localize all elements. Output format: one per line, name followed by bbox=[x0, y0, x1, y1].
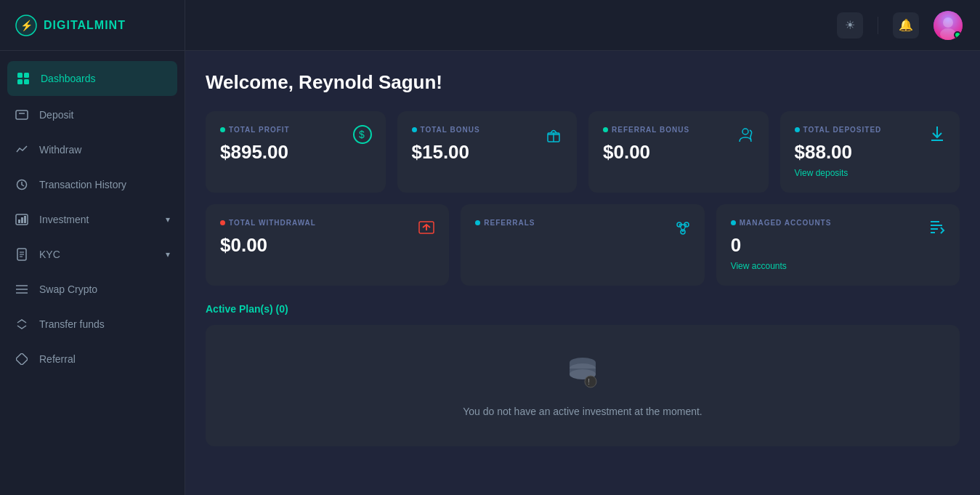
total-bonus-icon bbox=[543, 124, 564, 149]
sidebar-item-investment[interactable]: Investment ▾ bbox=[0, 202, 185, 237]
stat-label-referrals: REFERRALS bbox=[475, 219, 689, 227]
stat-value-total-profit: $895.00 bbox=[220, 141, 371, 164]
logo-icon: ⚡ bbox=[15, 14, 38, 37]
stats-row-2: TOTAL WITHDRAWAL $0.00 REFERRALS MANAGED… bbox=[206, 204, 960, 286]
dot-indicator bbox=[412, 127, 417, 132]
no-investment-text: You do not have an active investment at … bbox=[463, 406, 702, 417]
sidebar-item-kyc[interactable]: KYC ▾ bbox=[0, 237, 185, 272]
svg-rect-5 bbox=[24, 79, 29, 84]
empty-plans-card: ! You do not have an active investment a… bbox=[206, 325, 960, 446]
svg-rect-12 bbox=[24, 216, 26, 223]
topbar: ☀ 🔔 bbox=[185, 0, 980, 51]
sidebar-item-label: Deposit bbox=[39, 109, 73, 121]
sidebar-item-swap-crypto[interactable]: Swap Crypto bbox=[0, 272, 185, 307]
withdraw-icon bbox=[15, 142, 29, 157]
svg-rect-2 bbox=[17, 73, 23, 78]
referrals-icon bbox=[673, 217, 692, 241]
dashboard-content: Welcome, Reynold Sagun! TOTAL PROFIT $89… bbox=[185, 51, 980, 495]
sidebar-item-label: Transaction History bbox=[39, 179, 126, 190]
kyc-icon bbox=[15, 247, 29, 262]
svg-text:$: $ bbox=[359, 129, 365, 140]
stat-card-total-bonus: TOTAL BONUS $15.00 bbox=[397, 111, 578, 193]
svg-text:⚡: ⚡ bbox=[20, 20, 33, 32]
chevron-icon: ▾ bbox=[166, 249, 170, 259]
stat-label-managed-accounts: MANAGED ACCOUNTS bbox=[731, 219, 945, 227]
view-link-total-deposited[interactable]: View deposits bbox=[795, 168, 946, 178]
total-deposited-icon bbox=[928, 124, 947, 148]
stat-value-total-deposited: $88.00 bbox=[795, 141, 946, 164]
stat-label-total-deposited: TOTAL DEPOSITED bbox=[795, 126, 946, 134]
sidebar-item-withdraw[interactable]: Withdraw bbox=[0, 132, 185, 167]
stat-value-total-withdrawal: $0.00 bbox=[220, 234, 434, 257]
theme-toggle-button[interactable]: ☀ bbox=[837, 12, 863, 39]
brand-name: DIGITALMINT bbox=[44, 19, 126, 32]
stat-card-referrals: REFERRALS bbox=[461, 204, 704, 286]
database-icon: ! bbox=[564, 354, 601, 390]
sidebar-item-referral[interactable]: Referral bbox=[0, 342, 185, 377]
dot-indicator bbox=[731, 220, 736, 225]
dashboards-icon bbox=[16, 71, 31, 86]
svg-rect-20 bbox=[16, 353, 28, 365]
svg-point-22 bbox=[943, 17, 953, 28]
view-link-managed-accounts[interactable]: View accounts bbox=[731, 261, 945, 271]
stat-value-referral-bonus: $0.00 bbox=[603, 141, 754, 164]
dot-indicator bbox=[795, 127, 800, 132]
svg-point-29 bbox=[742, 129, 748, 134]
main-content: ☀ 🔔 Welcome, Reynold Sagun! bbox=[185, 0, 980, 495]
stat-label-total-profit: TOTAL PROFIT bbox=[220, 126, 371, 134]
notifications-button[interactable]: 🔔 bbox=[893, 12, 919, 39]
total-withdrawal-icon bbox=[417, 217, 436, 241]
sun-icon: ☀ bbox=[845, 18, 855, 32]
active-plans-title: Active Plan(s) (0) bbox=[206, 303, 960, 315]
sidebar-item-label: Transfer funds bbox=[39, 318, 105, 330]
total-profit-icon: $ bbox=[352, 124, 373, 149]
sidebar-logo: ⚡ DIGITALMINT bbox=[0, 0, 185, 51]
svg-rect-4 bbox=[17, 79, 23, 84]
stats-row-1: TOTAL PROFIT $895.00 $ TOTAL BONUS $15.0… bbox=[206, 111, 960, 193]
sidebar-nav: Dashboards Deposit Withdraw Transaction … bbox=[0, 51, 185, 495]
sidebar-item-label: Referral bbox=[39, 353, 76, 365]
sidebar-item-label: Swap Crypto bbox=[39, 283, 97, 295]
svg-rect-11 bbox=[21, 217, 23, 223]
deposit-icon bbox=[15, 108, 29, 122]
svg-rect-3 bbox=[24, 73, 29, 78]
sidebar-item-deposit[interactable]: Deposit bbox=[0, 97, 185, 132]
transfer-funds-icon bbox=[15, 317, 29, 331]
managed-accounts-icon bbox=[928, 217, 947, 241]
stat-value-total-bonus: $15.00 bbox=[412, 141, 563, 164]
sidebar: ⚡ DIGITALMINT Dashboards Deposit Withdra… bbox=[0, 0, 185, 495]
svg-rect-6 bbox=[16, 110, 28, 119]
online-indicator bbox=[954, 31, 961, 39]
dot-indicator bbox=[220, 220, 225, 225]
stat-card-total-profit: TOTAL PROFIT $895.00 $ bbox=[206, 111, 386, 193]
swap-crypto-icon bbox=[15, 282, 29, 297]
sidebar-item-label: Investment bbox=[39, 214, 89, 225]
dot-indicator bbox=[220, 127, 225, 132]
sidebar-item-label: KYC bbox=[39, 249, 60, 260]
no-investment-icon: ! bbox=[564, 354, 601, 397]
user-avatar[interactable] bbox=[934, 11, 963, 40]
transaction-history-icon bbox=[15, 177, 29, 192]
topbar-divider-1 bbox=[878, 17, 878, 34]
referral-icon bbox=[15, 352, 29, 366]
sidebar-item-label: Withdraw bbox=[39, 144, 81, 156]
sidebar-item-label: Dashboards bbox=[41, 73, 96, 84]
referral-bonus-icon bbox=[735, 124, 756, 149]
sidebar-item-transfer-funds[interactable]: Transfer funds bbox=[0, 307, 185, 342]
svg-point-47 bbox=[585, 376, 596, 387]
welcome-title: Welcome, Reynold Sagun! bbox=[206, 71, 960, 94]
stat-card-managed-accounts: MANAGED ACCOUNTS 0 View accounts bbox=[716, 204, 960, 286]
stat-label-referral-bonus: REFERRAL BONUS bbox=[603, 126, 754, 134]
stat-label-total-bonus: TOTAL BONUS bbox=[412, 126, 563, 134]
stat-value-managed-accounts: 0 bbox=[731, 234, 945, 257]
stat-label-total-withdrawal: TOTAL WITHDRAWAL bbox=[220, 219, 434, 227]
stat-card-total-deposited: TOTAL DEPOSITED $88.00 View deposits bbox=[780, 111, 960, 193]
dot-indicator bbox=[475, 220, 480, 225]
sidebar-item-transaction-history[interactable]: Transaction History bbox=[0, 167, 185, 202]
investment-icon bbox=[15, 212, 29, 227]
dot-indicator bbox=[603, 127, 608, 132]
bell-icon: 🔔 bbox=[899, 18, 913, 32]
sidebar-item-dashboards[interactable]: Dashboards bbox=[7, 61, 177, 96]
svg-rect-10 bbox=[18, 220, 20, 223]
svg-text:!: ! bbox=[588, 377, 590, 386]
